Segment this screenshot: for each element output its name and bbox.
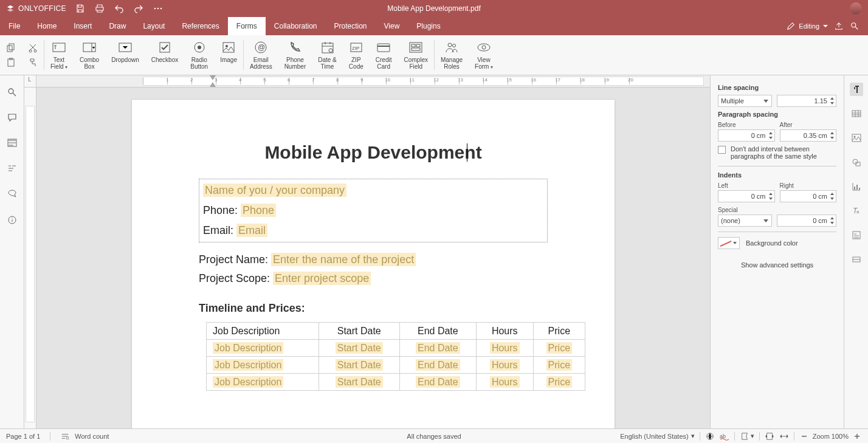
table-cell-field[interactable]: Hours (490, 376, 520, 388)
zoom-label[interactable]: Zoom 100% (813, 433, 849, 440)
save-icon[interactable] (75, 3, 86, 14)
table-cell-field[interactable]: Hours (490, 359, 520, 371)
project-name-field[interactable]: Enter the name of the project (271, 253, 416, 266)
before-spinner[interactable]: 0 cm (718, 129, 775, 142)
table-cell-field[interactable]: Start Date (336, 359, 383, 371)
table-cell-field[interactable]: Start Date (336, 376, 383, 388)
tool-image[interactable]: Image (214, 35, 243, 75)
indent-right-spinner[interactable]: 0 cm (780, 190, 837, 202)
editing-mode-dropdown[interactable]: Editing (787, 22, 828, 30)
table-cell-field[interactable]: Price (546, 376, 572, 388)
phone-field[interactable]: Phone (241, 204, 276, 217)
format-painter-icon[interactable] (27, 57, 38, 68)
navigation-icon[interactable] (6, 163, 18, 175)
tool-card[interactable]: CreditCard (370, 35, 398, 75)
email-field[interactable]: Email (236, 224, 267, 237)
table-row[interactable]: Job DescriptionStart DateEnd DateHoursPr… (207, 374, 585, 391)
table-row[interactable]: Job DescriptionStart DateEnd DateHoursPr… (207, 357, 585, 374)
table-cell-field[interactable]: End Date (416, 359, 460, 371)
paste-icon[interactable] (5, 57, 16, 68)
tool-view[interactable]: ViewForm ▾ (469, 35, 499, 75)
tool-roles[interactable]: ManageRoles (435, 35, 469, 75)
line-spacing-value-spinner[interactable]: 1.15 (777, 95, 837, 107)
doclang-icon[interactable]: ab (720, 431, 729, 441)
horizontal-ruler[interactable]: 1234567891011121314151617181920 (24, 75, 710, 88)
timeline-table[interactable]: Job DescriptionStart DateEnd DateHoursPr… (206, 322, 585, 391)
fit-page-icon[interactable] (765, 431, 774, 441)
form-tab-icon[interactable] (850, 228, 863, 242)
background-color-picker[interactable] (718, 237, 740, 249)
tool-email[interactable]: @EmailAddress (244, 35, 278, 75)
signature-tab-icon[interactable] (850, 253, 863, 266)
table-cell-field[interactable]: End Date (416, 342, 460, 354)
copy-icon[interactable] (5, 43, 16, 53)
table-row[interactable]: Job DescriptionStart DateEnd DateHoursPr… (207, 340, 585, 357)
chart-tab-icon[interactable] (850, 180, 863, 193)
menu-home[interactable]: Home (29, 17, 65, 35)
tool-combo-box[interactable]: ComboBox (74, 35, 105, 75)
user-avatar[interactable] (850, 2, 862, 15)
table-tab-icon[interactable] (850, 107, 863, 120)
special-indent-select[interactable]: (none) (718, 215, 772, 227)
spellcheck-icon[interactable] (705, 431, 715, 441)
tool-radio[interactable]: RadioButton (184, 35, 214, 75)
table-cell-field[interactable]: Start Date (336, 342, 383, 354)
more-icon[interactable] (153, 3, 164, 14)
tool-phone[interactable]: PhoneNumber (278, 35, 312, 75)
tool-complex[interactable]: ComplexField (398, 35, 433, 75)
table-cell-field[interactable]: Price (546, 359, 572, 371)
open-location-icon[interactable] (834, 21, 844, 31)
tool-dropdown[interactable]: Dropdown (105, 35, 145, 75)
fit-width-icon[interactable] (779, 431, 789, 441)
name-field[interactable]: Name of you / your company (203, 184, 346, 197)
menu-draw[interactable]: Draw (100, 17, 134, 35)
table-cell-field[interactable]: Hours (490, 342, 520, 354)
table-cell-field[interactable]: Job Description (213, 342, 283, 354)
language-selector[interactable]: English (United States) (620, 433, 689, 440)
find-icon[interactable] (6, 86, 18, 98)
table-cell-field[interactable]: End Date (416, 376, 460, 388)
advanced-settings-link[interactable]: Show advanced settings (718, 261, 836, 269)
zoom-out-icon[interactable] (799, 431, 809, 441)
shape-tab-icon[interactable] (850, 156, 863, 169)
headings-icon[interactable] (6, 137, 18, 149)
indent-left-spinner[interactable]: 0 cm (718, 190, 775, 202)
menu-forms[interactable]: Forms (228, 17, 266, 35)
comments-icon[interactable] (6, 112, 18, 124)
undo-icon[interactable] (114, 3, 125, 14)
line-spacing-mode-select[interactable]: Multiple (718, 95, 772, 107)
menu-collaboration[interactable]: Collaboration (266, 17, 326, 35)
about-icon[interactable] (6, 214, 18, 226)
menu-references[interactable]: References (173, 17, 227, 35)
redo-icon[interactable] (133, 3, 144, 14)
document-scroll[interactable]: Mobile App Development Name of you / you… (36, 88, 710, 428)
menu-layout[interactable]: Layout (134, 17, 173, 35)
paragraph-tab-icon[interactable] (850, 83, 863, 96)
page-indicator[interactable]: Page 1 of 1 (6, 433, 40, 440)
search-icon[interactable] (850, 21, 859, 31)
vertical-ruler[interactable] (24, 88, 36, 428)
table-cell-field[interactable]: Job Description (213, 359, 283, 371)
menu-plugins[interactable]: Plugins (408, 17, 449, 35)
dont-add-interval-checkbox[interactable]: Don't add interval between paragraphs of… (718, 145, 836, 160)
track-changes-icon[interactable] (740, 431, 749, 441)
textart-tab-icon[interactable]: Ta (850, 204, 863, 218)
tool-checkbox[interactable]: Checkbox (145, 35, 184, 75)
zoom-in-icon[interactable] (852, 431, 862, 441)
feedback-icon[interactable] (6, 188, 18, 201)
after-spinner[interactable]: 0.35 cm (780, 129, 837, 142)
special-indent-spinner[interactable]: 0 cm (777, 215, 837, 227)
menu-insert[interactable]: Insert (65, 17, 100, 35)
menu-file[interactable]: File (0, 17, 29, 35)
table-cell-field[interactable]: Price (546, 342, 572, 354)
tool-zip[interactable]: ZIPZIPCode (343, 35, 370, 75)
page[interactable]: Mobile App Development Name of you / you… (132, 100, 615, 428)
tool-text-field[interactable]: TextField ▾ (44, 35, 74, 75)
menu-protection[interactable]: Protection (326, 17, 376, 35)
print-icon[interactable] (94, 3, 105, 14)
table-cell-field[interactable]: Job Description (213, 376, 283, 388)
image-tab-icon[interactable] (850, 131, 863, 145)
project-scope-field[interactable]: Enter project scope (273, 272, 371, 285)
word-count-label[interactable]: Word count (75, 433, 109, 440)
tool-date[interactable]: Date &Time (312, 35, 343, 75)
